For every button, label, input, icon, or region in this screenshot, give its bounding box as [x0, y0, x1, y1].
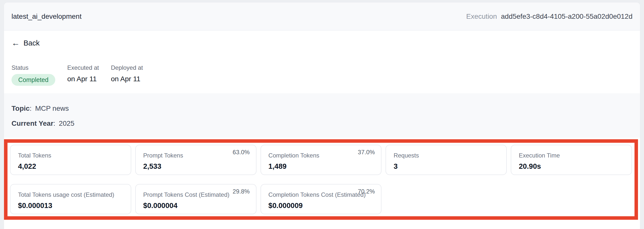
metric-value: 4,022 [18, 162, 125, 170]
metric-card-total-tokens: Total Tokens 4,022 [10, 145, 131, 175]
input-current-year-label: Current Year [12, 120, 54, 127]
input-current-year-separator: : [54, 120, 56, 127]
metric-card-execution-time: Execution Time 20.90s [511, 145, 632, 175]
execution-detail-card: latest_ai_development Execution add5efe3… [4, 2, 640, 229]
back-label: Back [24, 39, 40, 47]
metric-percent: 37.0% [358, 149, 375, 156]
status-section: ← Back Status Completed Executed at on A… [4, 30, 640, 93]
executed-at-field: Executed at on Apr 11 [67, 64, 99, 86]
metrics-grid: Total Tokens 4,022 Prompt Tokens 2,533 6… [10, 145, 632, 214]
header: latest_ai_development Execution add5efe3… [4, 2, 640, 30]
metric-card-completion-tokens: Completion Tokens 1,489 37.0% [260, 145, 382, 175]
crew-title: latest_ai_development [12, 12, 82, 20]
metric-label: Requests [394, 152, 500, 159]
status-badge: Completed [12, 74, 55, 86]
executed-at-value: on Apr 11 [67, 75, 99, 83]
metric-percent: 29.8% [233, 188, 250, 195]
input-topic: Topic:MCP news [12, 104, 632, 112]
execution-id: add5efe3-c8d4-4105-a200-55a02d0e012d [501, 12, 632, 20]
metric-card-prompt-tokens-cost: Prompt Tokens Cost (Estimated) $0.000004… [135, 184, 256, 214]
input-topic-separator: : [30, 104, 32, 112]
inputs-section: Topic:MCP news Current Year:2025 [4, 93, 640, 138]
metric-card-prompt-tokens: Prompt Tokens 2,533 63.0% [135, 145, 256, 175]
highlight-box: Total Tokens 4,022 Prompt Tokens 2,533 6… [4, 139, 638, 220]
metric-percent: 70.2% [358, 188, 375, 195]
back-arrow-icon: ← [12, 39, 20, 47]
status-row: Status Completed Executed at on Apr 11 D… [12, 64, 632, 86]
execution-label: Execution [466, 12, 497, 20]
execution-info: Execution add5efe3-c8d4-4105-a200-55a02d… [466, 12, 632, 20]
status-field: Status Completed [12, 64, 55, 86]
metric-label: Total Tokens [18, 152, 125, 159]
input-topic-label: Topic [12, 104, 30, 112]
input-current-year-value: 2025 [59, 120, 74, 127]
status-label: Status [12, 64, 55, 71]
input-current-year: Current Year:2025 [12, 120, 632, 128]
deployed-at-value: on Apr 11 [111, 75, 143, 83]
deployed-at-label: Deployed at [111, 64, 143, 71]
metric-label: Execution Time [519, 152, 626, 159]
back-button[interactable]: ← Back [12, 39, 40, 47]
metric-percent: 63.0% [233, 149, 250, 156]
metric-value: $0.000013 [18, 202, 125, 210]
deployed-at-field: Deployed at on Apr 11 [111, 64, 143, 86]
metric-value: $0.000004 [143, 202, 250, 210]
metric-card-completion-tokens-cost: Completion Tokens Cost (Estimated) $0.00… [260, 184, 382, 214]
metric-value: 1,489 [268, 162, 375, 170]
metric-label: Total Tokens usage cost (Estimated) [18, 191, 125, 198]
metric-value: 2,533 [143, 162, 250, 170]
executed-at-label: Executed at [67, 64, 99, 71]
metric-value: 20.90s [519, 162, 626, 170]
metric-value: $0.000009 [268, 202, 375, 210]
input-topic-value: MCP news [35, 104, 69, 112]
metric-card-total-tokens-cost: Total Tokens usage cost (Estimated) $0.0… [10, 184, 131, 214]
metric-card-requests: Requests 3 [386, 145, 507, 175]
metric-value: 3 [394, 162, 500, 170]
